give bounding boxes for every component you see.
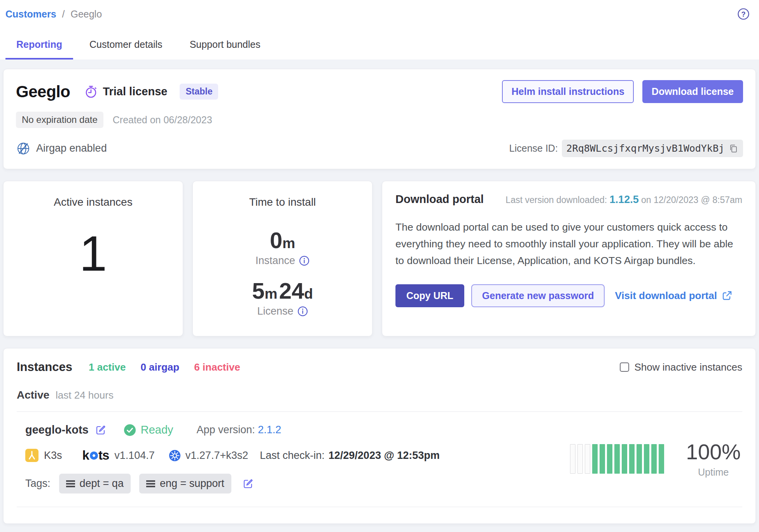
uptime-bar (644, 444, 649, 474)
uptime-bar (651, 444, 657, 474)
tab-bar: Reporting Customer details Support bundl… (5, 39, 752, 60)
tab-reporting[interactable]: Reporting (5, 39, 73, 60)
tag-icon (66, 480, 75, 487)
customer-name: Geeglo (16, 82, 70, 101)
breadcrumb-customers-link[interactable]: Customers (5, 9, 56, 19)
kubernetes-icon (169, 450, 181, 462)
uptime-bar (570, 444, 575, 474)
uptime-summary: 100% Uptime (686, 439, 741, 478)
app-version-link[interactable]: 2.1.2 (258, 424, 281, 436)
tags-label: Tags: (25, 478, 51, 490)
uptime-bar (622, 444, 627, 474)
kubernetes-version: v1.27.7+k3s2 (185, 450, 248, 462)
distribution-label: K3s (44, 450, 62, 462)
license-id-label: License ID: (509, 143, 558, 154)
active-instances-title: Active instances (3, 196, 183, 208)
uptime-bar (659, 444, 664, 474)
tab-customer-details[interactable]: Customer details (79, 39, 173, 60)
created-date-text: Created on 06/28/2023 (113, 114, 212, 126)
download-portal-description: The download portal can be used to give … (395, 219, 738, 270)
airgap-globe-icon (16, 141, 31, 156)
generate-new-password-button[interactable]: Generate new password (471, 284, 605, 307)
visit-download-portal-link[interactable]: Visit download portal (615, 290, 732, 302)
instance-name: geeglo-kots (25, 424, 89, 436)
distribution-group: K3s (25, 449, 62, 462)
license-install-time: 5m 24d (193, 278, 372, 304)
page-header: Customers / Geeglo ? Reporting Customer … (0, 0, 759, 60)
license-id-value: 2Rq8WLcsjfxqrMysjvB1WodYkBj (567, 143, 724, 154)
kots-logo: kts (82, 448, 109, 463)
help-button[interactable]: ? (735, 5, 752, 23)
show-inactive-label: Show inactive instances (635, 361, 742, 373)
uptime-bar (577, 444, 583, 474)
uptime-bar (637, 444, 642, 474)
trial-timer-icon (84, 85, 98, 99)
active-count-filter[interactable]: 1 active (89, 361, 126, 373)
edit-instance-name-icon[interactable] (95, 424, 107, 436)
license-info-icon[interactable] (297, 306, 308, 317)
breadcrumb-current: Geeglo (70, 9, 102, 19)
external-link-icon (722, 290, 733, 301)
instances-title: Instances (17, 360, 72, 374)
download-portal-card: Download portal Last version downloaded:… (382, 181, 756, 336)
instance-install-label: Instance (255, 255, 295, 267)
tag-eng-support[interactable]: eng = support (139, 474, 231, 494)
uptime-bar (585, 444, 590, 474)
time-to-install-title: Time to install (193, 196, 372, 208)
tag-icon (146, 480, 155, 487)
breadcrumb-separator: / (62, 9, 65, 19)
channel-badge: Stable (180, 84, 218, 100)
instance-info-icon[interactable] (299, 256, 310, 266)
show-inactive-checkbox[interactable] (620, 362, 629, 372)
uptime-bars (570, 443, 664, 474)
active-section-label: Active (17, 389, 49, 401)
airgap-enabled-label: Airgap enabled (36, 142, 107, 154)
instance-install-time: 0m (193, 227, 372, 253)
uptime-bar (607, 444, 612, 474)
uptime-bar (592, 444, 598, 474)
uptime-label: Uptime (686, 467, 741, 478)
kots-version: v1.104.7 (114, 450, 155, 462)
app-version: App version: 2.1.2 (197, 424, 282, 436)
helm-install-instructions-button[interactable]: Helm install instructions (502, 80, 633, 103)
tab-support-bundles[interactable]: Support bundles (179, 39, 271, 60)
uptime-bar (629, 444, 635, 474)
active-section-sublabel: last 24 hours (56, 389, 114, 401)
license-id-pill: 2Rq8WLcsjfxqrMysjvB1WodYkBj (562, 140, 743, 157)
uptime-bar (600, 444, 605, 474)
last-version-number[interactable]: 1.12.5 (610, 194, 639, 205)
instances-card: Instances 1 active 0 airgap 6 inactive S… (3, 348, 756, 524)
license-type-label: Trial license (103, 85, 167, 98)
active-instances-card: Active instances 1 (3, 181, 183, 336)
expiration-badge: No expiration date (16, 112, 103, 128)
k3s-icon (25, 449, 38, 462)
time-to-install-card: Time to install 0m Instance 5m 24d (192, 181, 373, 336)
instance-status: Ready (124, 424, 173, 436)
airgap-count-filter[interactable]: 0 airgap (140, 361, 179, 373)
last-checkin: Last check-in:12/29/2023 @ 12:53pm (260, 450, 440, 462)
uptime-bar (614, 444, 620, 474)
download-license-button[interactable]: Download license (642, 80, 743, 103)
active-instances-count: 1 (3, 225, 183, 282)
svg-text:?: ? (742, 10, 746, 18)
tag-dept-qa[interactable]: dept = qa (59, 474, 131, 494)
show-inactive-toggle[interactable]: Show inactive instances (620, 361, 742, 373)
kots-logo-o (90, 452, 98, 460)
edit-tags-icon[interactable] (242, 478, 254, 490)
last-version-downloaded: Last version downloaded: 1.12.5 on 12/20… (505, 194, 742, 206)
copy-url-button[interactable]: Copy URL (395, 284, 464, 307)
uptime-value: 100% (686, 439, 741, 464)
breadcrumb: Customers / Geeglo (5, 5, 102, 20)
inactive-count-filter[interactable]: 6 inactive (194, 361, 240, 373)
help-icon: ? (737, 8, 750, 20)
copy-icon[interactable] (728, 144, 738, 154)
download-portal-title: Download portal (395, 193, 484, 206)
instance-row: geeglo-kots (17, 412, 742, 507)
license-install-label: License (257, 305, 293, 317)
ready-check-icon (124, 424, 136, 436)
license-summary-card: Geeglo Trial license Stable Helm install… (3, 69, 756, 169)
